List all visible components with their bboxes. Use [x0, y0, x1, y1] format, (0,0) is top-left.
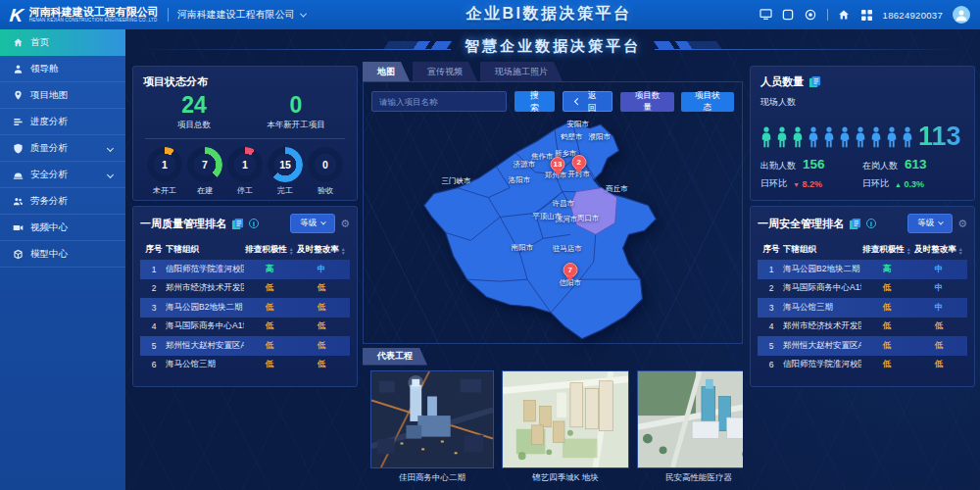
henan-map[interactable]: 安阳市鹤壁市濮阳市新乡市焦作市济源市三门峡市洛阳市郑州市开封市商丘市许昌市平顶山…: [364, 116, 742, 343]
project-status-button[interactable]: 项目状态: [681, 92, 734, 112]
project-count-button[interactable]: 项目数量: [620, 92, 673, 112]
project-caption: 佳田商务中心二期: [370, 472, 494, 484]
projects-tab[interactable]: 代表工程: [363, 348, 427, 366]
level-filter-dropdown[interactable]: 等级: [290, 214, 335, 233]
sidebar-item-领导舱[interactable]: 领导舱: [0, 56, 125, 82]
panel-title: 一周质量管理排名: [140, 217, 226, 231]
sort-icon: ▲▼: [906, 247, 911, 255]
person-icon: [870, 126, 882, 148]
project-caption: 民安高性能医疗器: [637, 472, 743, 484]
page-title: 企业BI数据决策平台: [466, 4, 632, 24]
gear-icon[interactable]: ⚙: [340, 219, 350, 229]
table-row[interactable]: 1 海马公园B2地块二期 高 中: [758, 260, 967, 279]
video-icon: [13, 222, 24, 233]
onsite-count: 113: [918, 124, 961, 148]
quality-rank-table: 序号 下辖组织 排查积极性▲▼ 及时整改率▲▼ 1 信阳师范学院淮河校区二...…: [140, 239, 350, 374]
stat-new-projects: 0 本年新开工项目: [245, 93, 347, 131]
night-aerial-image: [371, 371, 493, 467]
grid-icon[interactable]: [860, 9, 873, 22]
sort-icon: ▲▼: [289, 247, 294, 255]
report-icon: [849, 218, 861, 230]
sort-icon: ▲▼: [958, 247, 963, 255]
info-icon[interactable]: i: [249, 219, 259, 228]
table-row[interactable]: 4 海马国际商务中心A1地... 低 低: [140, 318, 350, 337]
table-row[interactable]: 2 海马国际商务中心A1地... 低 中: [758, 279, 967, 299]
level-filter-dropdown[interactable]: 等级: [907, 214, 953, 233]
onduty-dod: 日环比 ▲ 0.3%: [862, 177, 964, 190]
table-row[interactable]: 6 海马公馆三期 低 低: [140, 356, 350, 375]
status-ring: 15 完工: [266, 147, 305, 196]
sidebar-item-视频中心[interactable]: 视频中心: [0, 215, 125, 241]
table-row[interactable]: 3 海马公馆三期 低 中: [758, 298, 967, 318]
table-row[interactable]: 5 郑州恒大赵村安置区A-0... 低 低: [140, 336, 350, 356]
table-row[interactable]: 5 郑州恒大赵村安置区A-0... 低 低: [758, 336, 967, 356]
status-ring: 7 在建: [185, 147, 224, 196]
tab-promo-video[interactable]: 宣传视频: [413, 62, 477, 81]
table-row[interactable]: 1 信阳师范学院淮河校区二... 高 中: [140, 260, 350, 279]
panel-title: 一周安全管理排名: [758, 217, 844, 231]
table-row[interactable]: 6 信阳师范学院淮河校区二... 低 低: [758, 356, 967, 375]
workers-icon: [13, 196, 24, 207]
divider: [827, 9, 828, 21]
divider: [168, 8, 169, 22]
status-ring: 1 未开工: [145, 147, 184, 196]
report-icon: [808, 75, 821, 88]
project-caption: 锦艺四季城K 地块: [502, 472, 629, 484]
logo-icon: K: [9, 6, 24, 24]
quality-rank-rows: 1 信阳师范学院淮河校区二... 高 中2 郑州市经济技术开发区青... 低 低…: [140, 260, 350, 374]
sidebar-item-质量分析[interactable]: 质量分析: [0, 135, 125, 162]
sidebar-item-安全分析[interactable]: 安全分析: [0, 162, 125, 188]
monitor-icon[interactable]: [760, 9, 772, 22]
safety-rank-table: 序号 下辖组织 排查积极性▲▼ 及时整改率▲▼ 1 海马公园B2地块二期 高 中…: [758, 239, 967, 374]
stat-total-projects: 24 项目总数: [143, 93, 245, 131]
personnel-panel: 人员数量 现场人数 113 出勤人数 156 在岗人数 613: [750, 66, 975, 201]
back-button[interactable]: 返回: [563, 91, 612, 112]
model-icon: [13, 249, 24, 260]
target-icon[interactable]: [805, 9, 817, 22]
info-icon[interactable]: i: [866, 219, 876, 228]
status-ring: 0 验收: [306, 147, 345, 196]
sidebar-item-劳务分析[interactable]: 劳务分析: [0, 188, 125, 215]
map-marker[interactable]: 2: [571, 155, 586, 170]
status-rings: 1 未开工 7 在建 1 停工 15 完工 0 验收: [143, 147, 347, 196]
dashboard-title: 智慧企业数据决策平台: [465, 37, 641, 56]
sidebar-item-项目地图[interactable]: 项目地图: [0, 82, 125, 109]
sidebar: 首页 领导舱 项目地图 进度分析 质量分析 安全分析 劳务分析 视频中心 模型中…: [0, 29, 125, 490]
search-input[interactable]: [371, 91, 507, 112]
province-map-shape: [364, 116, 742, 344]
avatar[interactable]: [953, 6, 970, 24]
map-marker[interactable]: 13: [551, 157, 565, 172]
tab-map[interactable]: 地图: [363, 62, 410, 81]
table-row[interactable]: 3 海马公园B2地块二期 低 低: [140, 298, 350, 318]
sidebar-item-进度分析[interactable]: 进度分析: [0, 109, 125, 135]
user-phone[interactable]: 18624920037: [883, 10, 943, 21]
attendance-stat: 出勤人数 156: [760, 157, 862, 172]
chevron-down-icon: [320, 220, 326, 225]
person-icon: [776, 126, 788, 148]
quality-rank-panel: 一周质量管理排名 i 等级 ⚙ 序号 下辖组织 排查积极性▲▼ 及时整改率▲▼ …: [132, 206, 358, 387]
representative-projects: 代表工程: [363, 345, 743, 490]
main-content: 智慧企业数据决策平台 项目状态分布 24 项目总数 0 本年新开工项目 1 未开…: [125, 29, 980, 490]
panel-title: 人员数量: [760, 74, 804, 89]
gear-icon[interactable]: ⚙: [957, 219, 967, 229]
project-image-3[interactable]: [637, 370, 743, 468]
sidebar-item-首页[interactable]: 首页: [0, 29, 125, 56]
search-button[interactable]: 搜索: [514, 91, 555, 112]
project-image-2[interactable]: [502, 370, 629, 468]
home-icon[interactable]: [838, 9, 851, 22]
project-image-1[interactable]: [370, 370, 494, 468]
maximize-icon[interactable]: [782, 9, 795, 22]
tab-site-photos[interactable]: 现场施工照片: [480, 62, 563, 81]
table-row[interactable]: 2 郑州市经济技术开发区青... 低 低: [140, 279, 350, 299]
table-row[interactable]: 4 郑州市经济技术开发区青... 低 低: [758, 318, 967, 337]
attendance-dod: 日环比 ▼ 8.2%: [760, 177, 862, 190]
banner-deco-left: [139, 38, 451, 54]
sidebar-menu: 首页 领导舱 项目地图 进度分析 质量分析 安全分析 劳务分析 视频中心 模型中…: [0, 29, 125, 268]
sidebar-item-模型中心[interactable]: 模型中心: [0, 241, 125, 268]
project-status-panel: 项目状态分布 24 项目总数 0 本年新开工项目 1 未开工 7 在建 1 停工: [132, 66, 358, 201]
shield-icon: [13, 143, 24, 154]
table-header: 序号 下辖组织 排查积极性▲▼ 及时整改率▲▼: [758, 239, 967, 260]
map-marker[interactable]: 7: [563, 263, 577, 277]
company-selector[interactable]: 河南科建建设工程有限公司: [177, 8, 306, 22]
person-icon: [886, 126, 898, 148]
